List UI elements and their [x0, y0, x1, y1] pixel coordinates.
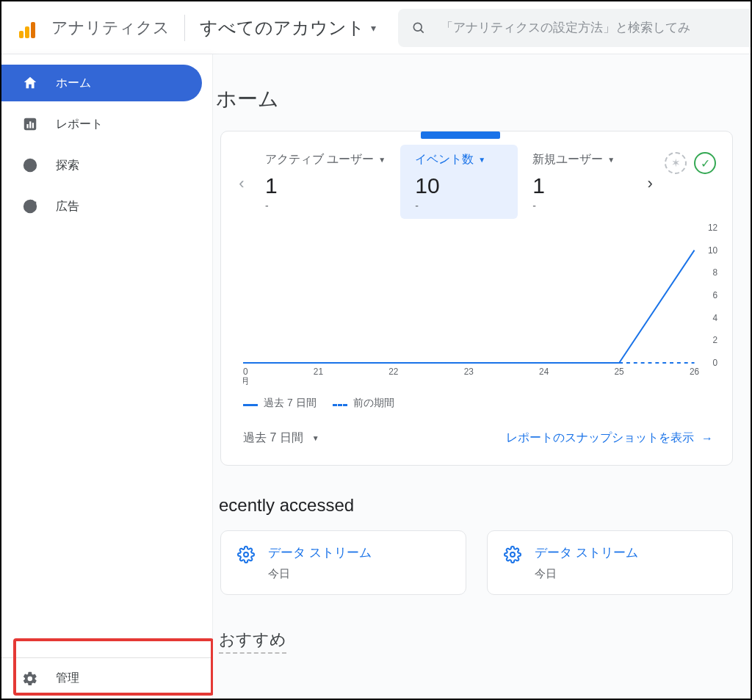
metric-label: アクティブ ユーザー: [265, 152, 374, 167]
svg-point-0: [413, 23, 422, 31]
gear-icon: [22, 671, 38, 687]
sidebar: ホーム レポート 探索 広告 管: [1, 54, 213, 699]
svg-text:9月: 9月: [243, 376, 250, 385]
svg-rect-4: [29, 121, 31, 128]
svg-text:25: 25: [615, 367, 625, 377]
date-range-label: 過去 7 日間: [243, 430, 303, 446]
chevron-down-icon: ▼: [478, 156, 485, 164]
app-name: アナリティクス: [51, 17, 170, 39]
metric-prev-button[interactable]: ‹: [233, 175, 250, 192]
link-label: レポートのスナップショットを表示: [506, 430, 694, 446]
status-ok-icon[interactable]: ✓: [694, 152, 716, 174]
chevron-down-icon: ▾: [371, 22, 376, 34]
gear-icon: [504, 546, 521, 563]
arrow-right-icon: →: [701, 432, 713, 445]
metric-label: 新規ユーザー: [532, 152, 603, 167]
chevron-down-icon: ▼: [607, 156, 615, 164]
svg-rect-3: [26, 124, 28, 129]
page-title: ホーム: [216, 85, 751, 113]
recent-card[interactable]: データ ストリーム 今日: [487, 530, 733, 595]
search-input[interactable]: 「アナリティクスの設定方法」と検索してみ: [398, 9, 751, 47]
svg-text:21: 21: [314, 367, 324, 377]
recent-card-title: データ ストリーム: [268, 544, 372, 561]
svg-text:22: 22: [388, 367, 399, 377]
metric-new-users[interactable]: 新規ユーザー▼ 1 -: [518, 148, 635, 219]
recent-card-subtitle: 今日: [535, 567, 638, 581]
svg-text:2: 2: [712, 335, 717, 345]
insight-badge-icon[interactable]: ✶: [665, 152, 687, 174]
recommendations-title: おすすめ: [219, 629, 286, 654]
metric-delta: -: [265, 200, 386, 212]
svg-text:20: 20: [243, 367, 248, 377]
sidebar-item-home[interactable]: ホーム: [1, 65, 202, 101]
svg-point-25: [510, 552, 515, 557]
sidebar-item-label: レポート: [56, 117, 103, 132]
svg-text:10: 10: [708, 245, 718, 256]
analytics-logo: [19, 18, 40, 38]
metric-events[interactable]: イベント数▼ 10 -: [400, 145, 518, 219]
sidebar-item-ads[interactable]: 広告: [1, 188, 202, 225]
metric-active-users[interactable]: アクティブ ユーザー▼ 1 -: [250, 148, 400, 219]
sidebar-item-label: 管理: [56, 671, 79, 686]
account-selector[interactable]: すべてのアカウント ▾: [200, 16, 376, 40]
recent-card-title: データ ストリーム: [535, 544, 638, 561]
chevron-down-icon: ▼: [378, 156, 386, 164]
metric-value: 10: [415, 173, 503, 198]
metric-next-button[interactable]: ›: [641, 175, 659, 192]
date-range-picker[interactable]: 過去 7 日間 ▼: [243, 430, 319, 446]
metric-value: 1: [265, 173, 386, 198]
metric-delta: -: [532, 200, 621, 212]
svg-text:6: 6: [712, 290, 717, 300]
svg-text:23: 23: [464, 367, 474, 377]
svg-text:8: 8: [712, 267, 717, 278]
chart-legend: 過去 7 日間 前の期間: [221, 391, 732, 414]
sidebar-item-label: 探索: [56, 158, 79, 173]
main-content: ホーム ‹ アクティブ ユーザー▼ 1 - イベント数▼ 10 -: [213, 54, 751, 699]
metric-delta: -: [415, 200, 503, 212]
gear-icon: [237, 546, 255, 563]
overview-card: ‹ アクティブ ユーザー▼ 1 - イベント数▼ 10 - 新規ユーザー▼ 1: [220, 131, 733, 466]
sidebar-item-label: 広告: [56, 199, 79, 214]
svg-text:0: 0: [712, 358, 717, 368]
sidebar-item-admin[interactable]: 管理: [1, 657, 212, 699]
metric-label: イベント数: [415, 152, 474, 167]
account-selector-label: すべてのアカウント: [200, 16, 365, 40]
chevron-down-icon: ▼: [312, 434, 319, 442]
view-snapshot-link[interactable]: レポートのスナップショットを表示 →: [506, 430, 713, 446]
line-chart: 024681012202122232425269月: [221, 219, 732, 391]
search-placeholder: 「アナリティクスの設定方法」と検索してみ: [441, 19, 690, 36]
ads-icon: [22, 198, 38, 214]
svg-text:24: 24: [539, 367, 549, 377]
legend-current: 過去 7 日間: [243, 397, 317, 410]
svg-line-1: [421, 29, 424, 32]
sidebar-item-explore[interactable]: 探索: [1, 147, 202, 184]
metric-value: 1: [532, 173, 621, 198]
svg-text:26: 26: [690, 367, 700, 377]
recently-accessed-title: ecently accessed: [219, 495, 751, 516]
home-icon: [22, 75, 38, 91]
legend-previous: 前の期間: [333, 397, 394, 410]
recent-card-subtitle: 今日: [268, 567, 372, 581]
sidebar-item-label: ホーム: [56, 76, 91, 91]
reports-icon: [22, 116, 38, 132]
search-icon: [411, 21, 426, 35]
svg-point-24: [244, 552, 248, 557]
svg-point-8: [28, 204, 32, 209]
sidebar-item-reports[interactable]: レポート: [1, 106, 202, 142]
svg-text:4: 4: [712, 313, 717, 323]
explore-icon: [22, 157, 38, 173]
recent-card[interactable]: データ ストリーム 今日: [220, 530, 466, 595]
svg-text:12: 12: [708, 223, 718, 233]
svg-rect-5: [32, 123, 34, 128]
